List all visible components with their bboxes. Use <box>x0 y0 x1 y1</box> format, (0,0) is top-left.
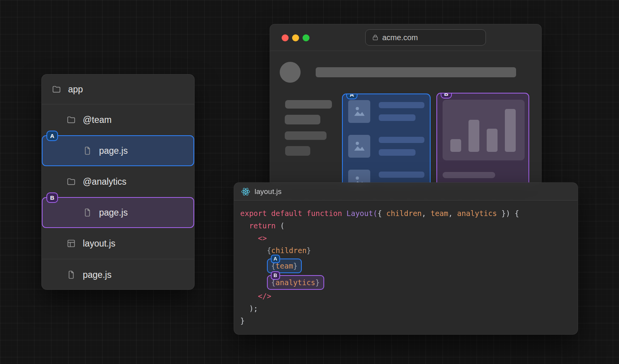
team-list-skeleton <box>343 94 430 186</box>
folder-icon <box>52 85 61 94</box>
browser-window: acme.com A B <box>270 24 542 186</box>
file-icon <box>83 208 92 217</box>
tree-item-label: app <box>68 84 83 95</box>
code-line: ); <box>240 302 578 315</box>
maximize-button[interactable] <box>303 34 310 41</box>
list-item-skeleton <box>348 135 424 158</box>
file-tree-panel: app@teamApage.js@analyticsBpage.jslayout… <box>41 74 195 290</box>
text-skeleton-bar <box>379 172 424 178</box>
tree-item-page-js[interactable]: page.js <box>43 136 193 165</box>
file-icon <box>83 146 92 155</box>
slot-box-b: Bpage.js <box>42 197 194 228</box>
react-icon <box>241 187 250 196</box>
chart-bar-skeleton <box>450 139 461 152</box>
code-line: A{team} <box>240 257 578 273</box>
tree-item-label: layout.js <box>83 238 115 249</box>
tree-item--team[interactable]: @team <box>42 104 194 135</box>
url-text: acme.com <box>382 33 418 42</box>
tree-item-label: page.js <box>83 270 111 280</box>
code-editor-window: layout.js export default function Layout… <box>234 182 578 335</box>
code-line: return ( <box>240 219 578 232</box>
text-skeleton-bar <box>285 115 320 124</box>
avatar <box>280 62 301 83</box>
code-lines: export default function Layout({ childre… <box>234 201 578 327</box>
text-skeleton-bar <box>379 114 416 121</box>
window-controls <box>282 34 310 41</box>
tree-item-label: page.js <box>99 208 128 218</box>
minimize-button[interactable] <box>292 34 299 41</box>
image-icon <box>352 104 367 120</box>
text-skeleton-bar <box>379 149 416 156</box>
tree-item-page-js[interactable]: page.js <box>43 198 193 227</box>
text-skeleton-bar <box>379 137 424 143</box>
row-text-skeleton <box>379 102 424 123</box>
chart-bar-skeleton <box>487 129 498 152</box>
code-line: <> <box>240 232 578 244</box>
text-skeleton-bar <box>285 146 310 156</box>
tree-item-page-js[interactable]: page.js <box>42 259 194 290</box>
analytics-chart-skeleton <box>443 100 525 160</box>
label-badge-b: B <box>46 192 58 203</box>
list-item-skeleton <box>348 100 424 123</box>
label-badge-a: A <box>271 255 280 263</box>
tree-item-label: page.js <box>99 146 128 156</box>
label-badge-a: A <box>46 131 58 141</box>
analytics-caption-skeleton <box>443 172 495 178</box>
tree-item-label: @analytics <box>83 177 127 187</box>
slot-box-a: Apage.js <box>42 135 194 166</box>
file-icon <box>67 270 76 279</box>
image-placeholder <box>348 100 370 123</box>
close-button[interactable] <box>282 34 289 41</box>
browser-header: acme.com <box>270 24 541 51</box>
layout-icon <box>67 239 76 248</box>
code-slot-highlight-a: A{team} <box>267 259 302 273</box>
file-tree-list: app@teamApage.js@analyticsBpage.jslayout… <box>42 75 194 289</box>
tree-item-label: @team <box>83 115 111 125</box>
slot-card-team: A <box>342 94 431 186</box>
code-editor-header: layout.js <box>234 183 578 201</box>
code-line: } <box>240 315 578 327</box>
image-placeholder <box>348 135 370 158</box>
code-line: {children} <box>240 244 578 257</box>
text-skeleton-bar <box>379 102 424 108</box>
code-line: export default function Layout({ childre… <box>240 207 578 219</box>
image-icon <box>352 138 367 155</box>
chart-bar-skeleton <box>505 109 516 152</box>
folder-icon <box>67 115 76 124</box>
chart-bar-skeleton <box>469 120 479 152</box>
text-skeleton-bar <box>285 100 332 109</box>
parallel-routes-diagram: app@teamApage.js@analyticsBpage.jslayout… <box>0 0 619 364</box>
url-bar[interactable]: acme.com <box>365 29 486 46</box>
label-badge-a: A <box>346 94 357 99</box>
text-skeleton-bar <box>285 131 327 140</box>
code-line: </> <box>240 290 578 302</box>
code-file-title: layout.js <box>255 187 282 196</box>
slot-card-analytics: B <box>436 93 529 186</box>
row-text-skeleton <box>379 137 424 158</box>
lock-icon <box>372 34 379 41</box>
label-badge-b: B <box>271 271 280 280</box>
tree-item--analytics[interactable]: @analytics <box>42 166 194 197</box>
folder-icon <box>67 177 76 186</box>
nav-skeleton-bar <box>316 67 516 77</box>
code-line: B{analytics} <box>240 273 578 290</box>
tree-item-layout-js[interactable]: layout.js <box>42 228 194 259</box>
code-slot-highlight-b: B{analytics} <box>267 275 324 290</box>
tree-item-app[interactable]: app <box>42 75 194 104</box>
label-badge-b: B <box>441 93 452 99</box>
